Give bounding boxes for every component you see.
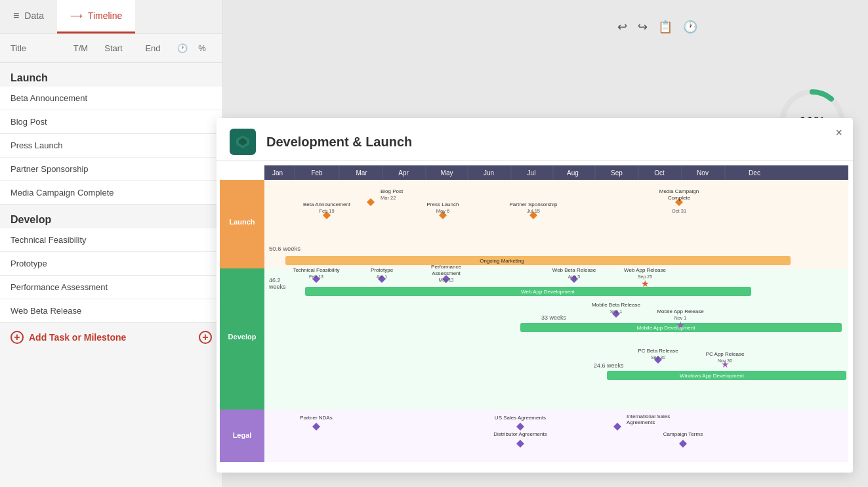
svg-text:Agreements: Agreements xyxy=(627,419,655,425)
svg-text:Jul: Jul xyxy=(527,169,536,177)
svg-text:Complete: Complete xyxy=(668,195,691,201)
svg-text:May: May xyxy=(441,169,453,177)
svg-text:33 weeks: 33 weeks xyxy=(541,314,567,321)
gantt-header: Development & Launch xyxy=(217,118,853,161)
svg-text:Dec: Dec xyxy=(749,169,760,177)
tab-timeline-label: Timeline xyxy=(88,11,122,21)
svg-text:Performance: Performance xyxy=(431,264,461,270)
svg-text:Assessment: Assessment xyxy=(432,270,461,276)
tab-timeline[interactable]: ⟶ Timeline xyxy=(57,0,135,33)
col-clock: 🕐 xyxy=(173,43,192,53)
task-beta-announcement[interactable]: Beta Announcement xyxy=(0,87,222,110)
svg-text:Jun: Jun xyxy=(484,169,494,177)
add-milestone-icon: + xyxy=(199,331,212,344)
svg-text:US Sales Agreements: US Sales Agreements xyxy=(495,415,546,421)
svg-text:Aug: Aug xyxy=(567,169,579,177)
tab-data-label: Data xyxy=(24,11,44,21)
svg-text:Feb: Feb xyxy=(311,169,323,177)
gantt-title: Development & Launch xyxy=(266,135,412,150)
svg-text:Jan: Jan xyxy=(272,169,283,177)
svg-text:Mar: Mar xyxy=(356,169,367,177)
svg-text:Develop: Develop xyxy=(228,333,257,341)
svg-rect-4 xyxy=(264,165,848,180)
svg-text:Mobile App Development: Mobile App Development xyxy=(637,325,696,331)
svg-text:Nov 30: Nov 30 xyxy=(718,358,732,363)
svg-text:Oct 31: Oct 31 xyxy=(672,208,686,214)
task-press-launch[interactable]: Press Launch xyxy=(0,134,222,158)
add-task-button[interactable]: + Add Task or Milestone + xyxy=(0,323,222,352)
svg-text:Sep 1: Sep 1 xyxy=(610,309,622,314)
svg-text:Press Launch: Press Launch xyxy=(427,201,459,207)
svg-text:Legal: Legal xyxy=(233,431,252,439)
svg-text:Mobile App Release: Mobile App Release xyxy=(657,308,704,314)
tab-bar: ≡ Data ⟶ Timeline xyxy=(0,0,222,34)
svg-text:Mobile Beta Release: Mobile Beta Release xyxy=(592,302,640,308)
svg-text:Partner NDAs: Partner NDAs xyxy=(300,415,332,421)
svg-text:Web App Release: Web App Release xyxy=(624,267,666,273)
svg-text:Feb 13: Feb 13 xyxy=(309,274,323,279)
svg-text:50.6 weeks: 50.6 weeks xyxy=(269,245,300,252)
svg-text:Apr: Apr xyxy=(398,169,409,177)
section-launch: Launch xyxy=(0,63,222,87)
history-button[interactable]: 🕐 xyxy=(683,20,697,34)
gantt-chart-svg: Jan Feb Mar Apr May Jun Jul Aug Sep Oct … xyxy=(220,165,850,467)
task-partner-sponsorship[interactable]: Partner Sponsorship xyxy=(0,158,222,181)
task-technical-feasibility[interactable]: Technical Feasibility xyxy=(0,228,222,252)
col-end: End xyxy=(133,43,173,53)
timeline-icon: ⟶ xyxy=(70,11,83,21)
task-blog-post[interactable]: Blog Post xyxy=(0,110,222,134)
col-pct: % xyxy=(192,43,212,53)
svg-text:Launch: Launch xyxy=(229,218,255,226)
svg-text:Feb 19: Feb 19 xyxy=(319,208,334,214)
close-button[interactable]: × xyxy=(835,126,842,140)
task-prototype[interactable]: Prototype xyxy=(0,252,222,276)
svg-text:Technical Feasibility: Technical Feasibility xyxy=(293,267,339,273)
col-tm: T/M xyxy=(68,43,94,53)
tab-data[interactable]: ≡ Data xyxy=(0,0,57,33)
svg-text:Windows App Development: Windows App Development xyxy=(680,373,745,379)
svg-text:Prototype: Prototype xyxy=(371,267,394,273)
svg-text:Media Campaign: Media Campaign xyxy=(659,188,699,194)
svg-text:Sep 25: Sep 25 xyxy=(638,274,652,280)
svg-text:PC Beta Release: PC Beta Release xyxy=(638,348,678,354)
data-icon: ≡ xyxy=(13,10,19,22)
svg-text:weeks: weeks xyxy=(268,284,286,290)
svg-text:Campaign Terms: Campaign Terms xyxy=(663,431,703,437)
svg-text:PC App Release: PC App Release xyxy=(706,351,745,357)
svg-text:Web Beta Release: Web Beta Release xyxy=(552,267,596,273)
svg-text:Nov: Nov xyxy=(697,169,709,177)
gantt-popup: × Development & Launch Jan Feb Mar Apr xyxy=(217,118,853,473)
svg-text:Partner Sponsorship: Partner Sponsorship xyxy=(510,201,558,207)
left-panel: ≡ Data ⟶ Timeline Title T/M Start End 🕐 … xyxy=(0,0,223,487)
task-web-beta-release[interactable]: Web Beta Release xyxy=(0,299,222,323)
svg-text:Sep 30: Sep 30 xyxy=(651,355,665,360)
svg-text:Oct: Oct xyxy=(654,169,665,177)
svg-text:May 6: May 6 xyxy=(436,208,449,214)
add-task-label: Add Task or Milestone xyxy=(29,332,126,343)
section-develop: Develop xyxy=(0,205,222,228)
main-container: ≡ Data ⟶ Timeline Title T/M Start End 🕐 … xyxy=(0,0,868,487)
svg-text:International Sales: International Sales xyxy=(627,413,670,419)
copy-button[interactable]: 📋 xyxy=(658,20,672,34)
task-media-campaign[interactable]: Media Campaign Complete xyxy=(0,181,222,205)
svg-rect-93 xyxy=(264,410,848,462)
undo-button[interactable]: ↩ xyxy=(617,20,627,34)
redo-button[interactable]: ↪ xyxy=(638,20,648,34)
add-icon: + xyxy=(10,331,24,344)
svg-text:Distributor Agreements: Distributor Agreements xyxy=(493,431,547,437)
col-title: Title xyxy=(10,43,68,53)
svg-text:Nov 1: Nov 1 xyxy=(674,316,686,320)
svg-text:Aug 5: Aug 5 xyxy=(568,274,580,280)
svg-text:May 13: May 13 xyxy=(439,278,454,283)
col-start: Start xyxy=(94,43,133,53)
svg-text:Beta Announcement: Beta Announcement xyxy=(303,201,351,207)
logo-icon xyxy=(235,134,251,150)
svg-rect-30 xyxy=(264,180,848,268)
toolbar: ↩ ↪ 📋 🕐 xyxy=(617,20,697,34)
svg-text:Sep: Sep xyxy=(611,169,623,177)
gantt-logo xyxy=(230,129,256,155)
svg-text:Ongoing Marketing: Ongoing Marketing xyxy=(480,258,524,264)
task-performance-assessment[interactable]: Performance Assessment xyxy=(0,276,222,299)
svg-text:Blog Post: Blog Post xyxy=(381,188,403,194)
svg-text:Jul 15: Jul 15 xyxy=(527,208,540,214)
